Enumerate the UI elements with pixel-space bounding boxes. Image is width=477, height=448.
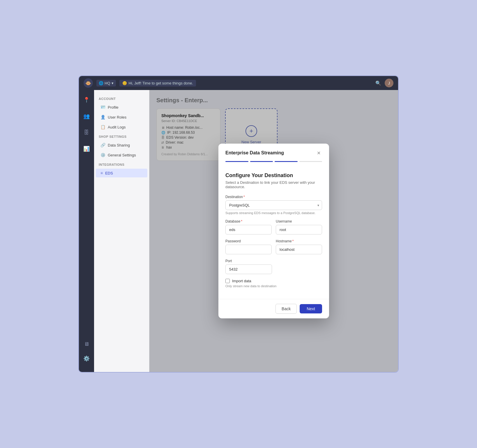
step-bar-1 (225, 161, 248, 162)
user-roles-icon: 👤 (100, 115, 105, 119)
password-label: Password (225, 239, 272, 243)
import-data-checkbox[interactable] (225, 279, 230, 283)
greeting-bar: 😊 Hi, Jeff! Time to get some things done… (119, 80, 196, 87)
username-label: Username (276, 219, 322, 223)
top-bar: 🐵 🌐 HQ ▾ 😊 Hi, Jeff! Time to get some th… (79, 76, 398, 90)
integrations-section-title: Integrations (94, 160, 149, 167)
sidebar-icon-location[interactable]: 📍 (81, 95, 92, 105)
nav-item-eds[interactable]: ≡ EDS (96, 169, 147, 177)
nav-item-data-sharing[interactable]: 🔗 Data Sharing (96, 141, 147, 149)
sidebar-icon-chart[interactable]: 📊 (81, 144, 92, 154)
modal-header: Enterprise Data Streaming ✕ (218, 144, 329, 161)
modal-close-button[interactable]: ✕ (315, 149, 322, 156)
port-label: Port (225, 259, 272, 263)
next-button[interactable]: Next (300, 304, 322, 313)
main-layout: 📍 👥 🗄 📊 🖥 ⚙️ Account 🪪 Profile 👤 User Ro… (79, 90, 398, 372)
step-bar-4 (299, 161, 322, 162)
destination-form-group: Destination* PostgreSQL MySQL Kafka Rabb… (225, 195, 322, 215)
profile-icon: 🪪 (100, 105, 105, 110)
step-bar-3 (275, 161, 298, 162)
import-data-form-group: Import data Only stream new data to dest… (225, 279, 322, 288)
avatar[interactable]: J (385, 79, 393, 87)
sidebar-icon-users[interactable]: 👥 (81, 111, 92, 121)
content-area: Settings - Enterp... Shopmonkey Sandb...… (149, 90, 398, 372)
search-icon[interactable]: 🔍 (375, 80, 381, 86)
destination-hint: Supports streaming EDS messages to a Pos… (225, 211, 322, 215)
sidebar-icons-bottom: 🖥 ⚙️ (81, 339, 92, 367)
nav-item-general-settings[interactable]: ⚙️ General Settings (96, 151, 147, 159)
destination-label: Destination* (225, 195, 322, 199)
modal-section-desc: Select a Destination to link your EDS se… (225, 180, 322, 189)
eds-icon: ≡ (100, 171, 103, 175)
import-data-label: Import data (232, 279, 251, 283)
globe-icon: 🌐 (99, 81, 103, 85)
hostname-form-group: Hostname* (276, 239, 322, 254)
sidebar-icon-database[interactable]: 🗄 (81, 127, 92, 138)
smile-icon: 😊 (122, 81, 127, 85)
database-label: Database* (225, 219, 272, 223)
nav-item-audit-logs[interactable]: 📋 Audit Logs (96, 123, 147, 131)
modal-body: Configure Your Destination Select a Dest… (218, 167, 329, 299)
nav-item-profile[interactable]: 🪪 Profile (96, 103, 147, 112)
app-logo: 🐵 (84, 78, 93, 88)
modal: Enterprise Data Streaming ✕ Configure Yo… (218, 144, 329, 318)
destination-select[interactable]: PostgreSQL MySQL Kafka RabbitMQ (225, 200, 322, 210)
sidebar-icons: 📍 👥 🗄 📊 🖥 ⚙️ (79, 90, 94, 372)
import-data-hint: Only stream new data to destination (225, 284, 322, 288)
app-window: 🐵 🌐 HQ ▾ 😊 Hi, Jeff! Time to get some th… (78, 75, 399, 373)
sidebar-icon-monitor[interactable]: 🖥 (81, 339, 92, 349)
shop-section-title: Shop Settings (94, 133, 149, 140)
top-bar-right: 🔍 J (375, 79, 393, 87)
step-indicators (218, 161, 329, 167)
password-hostname-row: Password Hostname* (225, 239, 322, 254)
password-input[interactable] (225, 245, 272, 254)
password-form-group: Password (225, 239, 272, 254)
chevron-down-icon: ▾ (112, 81, 114, 85)
hostname-label: Hostname* (276, 239, 322, 243)
database-input[interactable] (225, 225, 272, 234)
audit-logs-icon: 📋 (100, 125, 105, 129)
sidebar-icon-settings[interactable]: ⚙️ (81, 353, 92, 364)
left-nav: Account 🪪 Profile 👤 User Roles 📋 Audit L… (94, 90, 149, 372)
data-sharing-icon: 🔗 (100, 143, 105, 147)
hostname-input[interactable] (276, 245, 322, 254)
hq-selector[interactable]: 🌐 HQ ▾ (96, 80, 116, 87)
import-data-checkbox-row: Import data (225, 279, 322, 283)
database-form-group: Database* (225, 219, 272, 234)
back-button[interactable]: Back (275, 304, 297, 314)
modal-section-title: Configure Your Destination (225, 172, 322, 179)
username-form-group: Username (276, 219, 322, 234)
general-settings-icon: ⚙️ (100, 153, 105, 157)
destination-select-wrapper: PostgreSQL MySQL Kafka RabbitMQ ▾ (225, 200, 322, 210)
step-bar-2 (250, 161, 273, 162)
username-input[interactable] (276, 225, 322, 234)
account-section-title: Account (94, 95, 149, 102)
modal-overlay: Enterprise Data Streaming ✕ Configure Yo… (149, 90, 398, 372)
port-form-group: Port (225, 259, 272, 274)
modal-title: Enterprise Data Streaming (225, 150, 284, 156)
modal-footer: Back Next (218, 299, 329, 318)
port-input[interactable] (225, 264, 272, 274)
nav-item-user-roles[interactable]: 👤 User Roles (96, 113, 147, 121)
database-username-row: Database* Username (225, 219, 322, 234)
